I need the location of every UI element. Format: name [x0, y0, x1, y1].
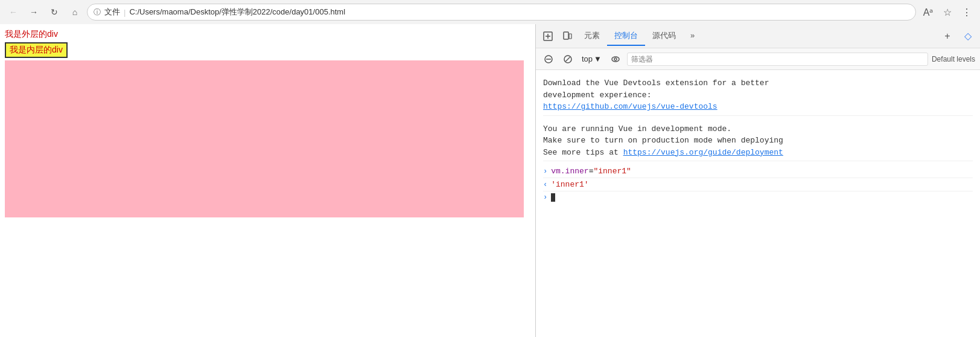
eye-button[interactable]	[608, 51, 623, 67]
back-button[interactable]: ←	[5, 4, 22, 21]
inner-div-wrapper: 我是内层的div	[5, 42, 68, 58]
svg-point-5	[612, 57, 619, 62]
console-message-1: Download the Vue Devtools extension for …	[543, 75, 973, 116]
console-msg1-line2: development experience:	[543, 91, 651, 100]
svg-rect-1	[564, 32, 568, 39]
console-msg2-line2: Make sure to turn on production mode whe…	[543, 136, 783, 145]
read-aloud-button[interactable]: Aᵃ	[920, 4, 937, 21]
outer-div-label: 我是外层的div	[5, 29, 530, 40]
console-link-2[interactable]: https://vuejs.org/guide/deployment	[623, 148, 783, 157]
devtools-extension-button[interactable]: ◇	[958, 27, 978, 46]
console-log-1: › vm.inner="inner1"	[543, 165, 973, 178]
tab-elements[interactable]: 元素	[577, 27, 607, 46]
inner-div: 我是内层的div	[5, 42, 68, 58]
console-cursor	[551, 193, 555, 202]
clear-console-button[interactable]	[541, 51, 556, 67]
console-msg2-line1: You are running Vue in development mode.	[543, 124, 731, 133]
inspect-element-button[interactable]	[538, 27, 558, 46]
main-area: 我是外层的div 我是内层的div	[0, 24, 980, 337]
file-label: 文件	[104, 7, 120, 18]
block-button[interactable]	[560, 51, 576, 67]
home-button[interactable]: ⌂	[66, 4, 83, 21]
forward-button[interactable]: →	[25, 4, 42, 21]
console-log-1-content: vm.inner="inner1"	[551, 167, 631, 176]
devtools-panel: 元素 控制台 源代码 » + ◇	[535, 24, 980, 337]
console-collapse-icon-1[interactable]: ‹	[543, 180, 547, 189]
console-prompt: ›	[543, 191, 973, 204]
menu-button[interactable]: ⋮	[958, 4, 975, 21]
address-bar[interactable]: ⓘ 文件 | C:/Users/maoma/Desktop/弹性学制2022/c…	[87, 4, 916, 21]
address-separator: |	[124, 8, 126, 17]
favorites-button[interactable]: ☆	[939, 4, 956, 21]
svg-rect-2	[569, 34, 571, 39]
pink-box	[5, 60, 524, 217]
refresh-button[interactable]: ↻	[46, 4, 63, 21]
console-link-1[interactable]: https://github.com/vuejs/vue-devtools	[543, 102, 718, 111]
console-log-2-content: 'inner1'	[551, 180, 588, 189]
title-bar: ← → ↻ ⌂ ⓘ 文件 | C:/Users/maoma/Desktop/弹性…	[0, 0, 980, 24]
webpage-content: 我是外层的div 我是内层的div	[0, 24, 535, 337]
console-key-1: vm.inner	[551, 167, 588, 176]
tab-sources[interactable]: 源代码	[645, 27, 683, 46]
context-selector[interactable]: top ▼	[579, 53, 604, 65]
url-text: C:/Users/maoma/Desktop/弹性学制2022/code/day…	[129, 7, 345, 18]
browser-window: ← → ↻ ⌂ ⓘ 文件 | C:/Users/maoma/Desktop/弹性…	[0, 0, 980, 337]
devtools-toolbar: top ▼ Default levels	[536, 48, 980, 70]
console-msg2-line3: See more tips at	[543, 148, 623, 157]
info-icon: ⓘ	[94, 7, 101, 18]
tab-console[interactable]: 控制台	[607, 27, 645, 46]
console-log-2: ‹ 'inner1'	[543, 178, 973, 191]
tab-more[interactable]: »	[683, 27, 702, 45]
devtools-tabs-row: 元素 控制台 源代码 » + ◇	[536, 24, 980, 48]
devtools-right-actions: + ◇	[938, 27, 978, 46]
console-value-2: 'inner1'	[551, 180, 588, 189]
device-toggle-button[interactable]	[558, 27, 577, 46]
devtools-console: Download the Vue Devtools extension for …	[536, 70, 980, 337]
console-msg1-line1: Download the Vue Devtools extension for …	[543, 79, 769, 88]
default-levels-label: Default levels	[932, 55, 975, 63]
console-value-1: "inner1"	[593, 167, 631, 176]
browser-actions: Aᵃ ☆ ⋮	[920, 4, 975, 21]
console-expand-icon-1[interactable]: ›	[543, 167, 547, 176]
add-tab-button[interactable]: +	[938, 27, 957, 46]
top-arrow-icon: ▼	[594, 54, 602, 63]
top-label: top	[582, 54, 593, 63]
filter-input[interactable]	[627, 53, 928, 66]
console-prompt-icon: ›	[543, 193, 547, 202]
svg-point-6	[614, 58, 617, 60]
console-message-2: You are running Vue in development mode.…	[543, 121, 973, 162]
